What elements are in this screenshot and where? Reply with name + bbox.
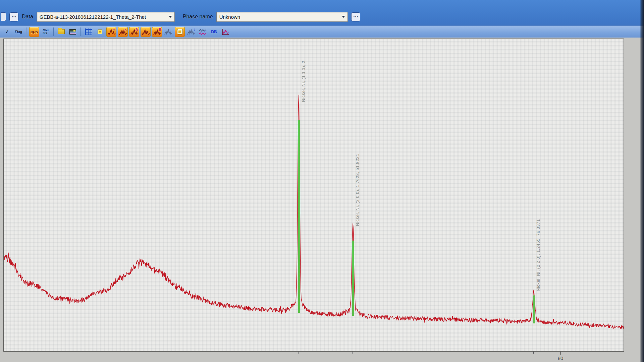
- phase-name-label: Phase name: [183, 14, 213, 20]
- toolbar-button-peak-calculate[interactable]: [141, 27, 151, 37]
- screen-edge-shadow: [640, 0, 644, 362]
- x-axis-tick: [560, 352, 561, 355]
- data-combobox-value: GEBB-a-113-20180612122122-1_Theta_2-Thet: [40, 14, 168, 20]
- toolbar-button-peak-search[interactable]: ×: [118, 27, 128, 37]
- folder-icon: [58, 29, 65, 34]
- image-icon: [69, 29, 76, 35]
- square-icon: [98, 29, 102, 34]
- peak-position-tick: [353, 352, 353, 354]
- top-toolbar: ⋯ Data GEBB-a-113-20180612122122-1_Theta…: [0, 0, 644, 38]
- toolbar-button-annotation-box[interactable]: [95, 27, 105, 37]
- chevron-down-icon[interactable]: [341, 13, 346, 20]
- data-combobox[interactable]: GEBB-a-113-20180612122122-1_Theta_2-Thet: [37, 12, 175, 22]
- toolbar-button-check[interactable]: ✓: [2, 27, 12, 37]
- clipped-edge-button[interactable]: [1, 12, 6, 21]
- toolbar-button-background-removal[interactable]: ↓: [198, 27, 208, 37]
- xrd-plot-area[interactable]: Nickel, Ni, (1 1 1), 2Nickel, Ni, (2 0 0…: [3, 39, 624, 352]
- chart-workspace: Nickel, Ni, (1 1 1), 2Nickel, Ni, (2 0 0…: [0, 38, 644, 362]
- toolbar-button-smoothing[interactable]: ↓: [186, 27, 196, 37]
- toolbar-button-counts-units[interactable]: Counts: [41, 27, 51, 37]
- toolbar-button-flag[interactable]: Flag: [13, 27, 23, 37]
- peak-label: Nickel, Ni, (2 0 0), 1.7628, 51.8221: [355, 154, 360, 226]
- data-label: Data: [22, 14, 33, 20]
- chevron-down-icon[interactable]: [168, 13, 173, 20]
- x-axis-tick-label: 80: [558, 355, 564, 361]
- toolbar-button-execute-analysis[interactable]: [175, 27, 185, 37]
- toolbar-button-open-profile[interactable]: [56, 27, 66, 37]
- grid-icon: [85, 28, 92, 35]
- peak-label: Nickel, Ni, (1 1 1), 2: [301, 61, 306, 102]
- phase-name-value: Unknown: [219, 14, 341, 20]
- toolbar-button-db-search[interactable]: DB: [209, 27, 219, 37]
- toolbar-button-peaks-display[interactable]: [163, 27, 173, 37]
- toolbar-button-grid-view[interactable]: [84, 27, 94, 37]
- data-selector-row: ⋯ Data GEBB-a-113-20180612122122-1_Theta…: [0, 8, 644, 25]
- peak-position-tick: [533, 352, 534, 354]
- icon-toolbar: ✓FlagcpsCounts + × Λ ‖ ↓ ↓DB: [0, 25, 644, 38]
- phase-more-button[interactable]: ⋯: [351, 12, 360, 21]
- toolbar-button-peak-edit[interactable]: ‖: [152, 27, 162, 37]
- xrd-chart-canvas[interactable]: [4, 39, 624, 351]
- toolbar-button-cps-units[interactable]: cps: [29, 27, 39, 37]
- toolbar-button-display-settings[interactable]: [68, 27, 78, 37]
- peak-label: Nickel, Ni, (2 2 0), 1.2465, 76.3371: [536, 219, 541, 291]
- square-icon: [177, 29, 183, 35]
- phase-name-combobox[interactable]: Unknown: [216, 12, 348, 22]
- xrd-trace: [4, 95, 624, 329]
- toolbar-button-cursor-cross[interactable]: +: [106, 27, 116, 37]
- peak-position-tick: [299, 352, 299, 354]
- toolbar-separator: [26, 27, 26, 36]
- toolbar-button-peak-markers[interactable]: [220, 27, 230, 37]
- toolbar-button-profile-fit[interactable]: Λ: [129, 27, 139, 37]
- toolbar-separator: [80, 27, 81, 36]
- data-more-button[interactable]: ⋯: [9, 12, 18, 21]
- toolbar-separator: [53, 27, 54, 36]
